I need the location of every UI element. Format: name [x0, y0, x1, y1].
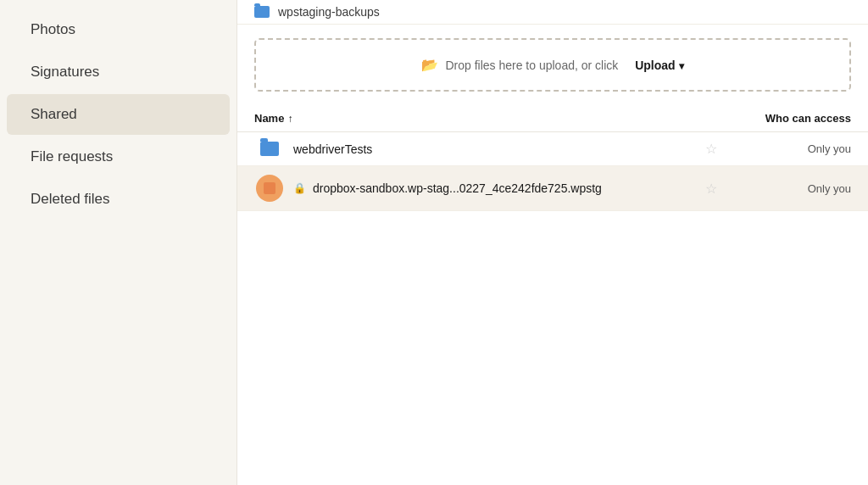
sidebar-nav: Photos Signatures Shared File requests D…	[0, 0, 236, 220]
file-icon-area	[254, 175, 285, 202]
access-text: Only you	[724, 182, 851, 195]
star-icon[interactable]: ☆	[698, 141, 724, 157]
sidebar-item-signatures[interactable]: Signatures	[7, 52, 230, 92]
table-row[interactable]: webdriverTests ☆ Only you	[237, 132, 868, 166]
lock-icon: 🔒	[293, 182, 306, 194]
sidebar-item-file-requests[interactable]: File requests	[7, 137, 230, 177]
file-thumbnail	[256, 175, 283, 202]
sidebar-item-deleted-files[interactable]: Deleted files	[7, 179, 230, 220]
file-name-text: dropbox-sandbox.wp-stag...0227_4ce242fde…	[313, 181, 602, 195]
sidebar-item-shared[interactable]: Shared	[7, 94, 230, 135]
sort-arrow-icon: ↑	[287, 113, 292, 125]
sidebar-item-photos[interactable]: Photos	[7, 9, 230, 50]
sidebar-item-signatures-label: Signatures	[31, 64, 99, 80]
top-folder-name: wpstaging-backups	[278, 5, 380, 19]
column-access-header: Who can access	[682, 112, 851, 125]
file-name-cell: 🔒 dropbox-sandbox.wp-stag...0227_4ce242f…	[293, 181, 698, 195]
sidebar-item-shared-label: Shared	[31, 106, 77, 122]
file-table: Name ↑ Who can access webdriverTests ☆ O…	[237, 105, 868, 485]
column-access-label: Who can access	[765, 112, 851, 125]
file-name-cell: webdriverTests	[293, 142, 698, 156]
drop-zone-text: Drop files here to upload, or click	[445, 59, 618, 72]
folder-icon-area	[254, 142, 285, 156]
file-name-text: webdriverTests	[293, 142, 372, 156]
drop-zone-content: 📂 Drop files here to upload, or click Up…	[421, 57, 683, 73]
folder-icon	[254, 6, 270, 18]
upload-button[interactable]: Upload ▾	[635, 59, 683, 72]
sidebar-item-file-requests-label: File requests	[31, 148, 113, 164]
folder-icon	[260, 142, 279, 156]
access-text: Only you	[724, 142, 851, 155]
sidebar: Photos Signatures Shared File requests D…	[0, 0, 237, 485]
file-thumb-inner	[264, 182, 275, 194]
table-header: Name ↑ Who can access	[237, 105, 868, 132]
upload-chevron-icon: ▾	[679, 60, 684, 72]
sidebar-item-photos-label: Photos	[31, 21, 75, 37]
star-icon[interactable]: ☆	[698, 181, 724, 197]
column-name-header[interactable]: Name ↑	[254, 112, 682, 125]
sidebar-item-deleted-files-label: Deleted files	[31, 191, 110, 207]
upload-area-icon: 📂	[421, 57, 438, 73]
top-folder-item[interactable]: wpstaging-backups	[237, 0, 868, 25]
drop-zone[interactable]: 📂 Drop files here to upload, or click Up…	[254, 38, 851, 92]
table-row[interactable]: 🔒 dropbox-sandbox.wp-stag...0227_4ce242f…	[237, 166, 868, 211]
column-name-label: Name	[254, 112, 284, 125]
main-content: wpstaging-backups 📂 Drop files here to u…	[237, 0, 868, 485]
